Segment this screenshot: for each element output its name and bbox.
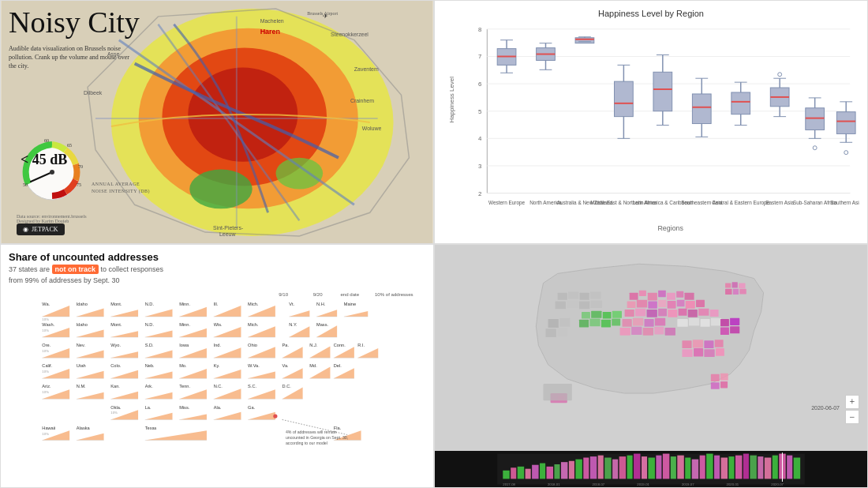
svg-rect-333: [682, 349, 692, 357]
svg-text:Del.: Del.: [334, 363, 342, 368]
svg-rect-305: [684, 293, 694, 300]
svg-rect-303: [667, 293, 675, 300]
svg-rect-355: [579, 302, 589, 310]
svg-marker-254: [179, 389, 207, 399]
svg-marker-245: [77, 392, 104, 400]
svg-text:10%: 10%: [42, 328, 49, 332]
zoom-in-button[interactable]: +: [845, 395, 859, 409]
svg-marker-161: [179, 328, 207, 337]
svg-text:2018-07: 2018-07: [593, 482, 605, 486]
svg-marker-158: [145, 330, 173, 337]
svg-text:3: 3: [478, 163, 482, 170]
svg-text:2019-01: 2019-01: [637, 482, 649, 486]
svg-rect-365: [620, 328, 630, 336]
svg-marker-229: [248, 372, 275, 379]
svg-rect-323: [725, 283, 731, 288]
svg-marker-248: [110, 392, 138, 400]
svg-rect-361: [623, 319, 632, 327]
svg-rect-398: [619, 456, 627, 479]
svg-text:N.H.: N.H.: [316, 302, 326, 306]
svg-rect-416: [750, 456, 757, 479]
svg-text:2020-07: 2020-07: [771, 482, 784, 486]
svg-point-110: [844, 151, 848, 155]
svg-rect-311: [677, 300, 685, 306]
svg-text:R.I.: R.I.: [357, 343, 365, 347]
svg-rect-392: [575, 460, 582, 479]
svg-rect-408: [692, 460, 699, 479]
svg-marker-142: [316, 310, 337, 317]
svg-rect-400: [634, 453, 641, 479]
svg-rect-369: [665, 328, 675, 336]
svg-text:Ky.: Ky.: [214, 363, 220, 368]
svg-rect-407: [685, 457, 690, 479]
svg-marker-220: [145, 372, 173, 379]
svg-text:10%: 10%: [42, 390, 49, 394]
svg-rect-421: [787, 456, 792, 479]
svg-text:N.D.: N.D.: [145, 302, 155, 306]
svg-text:4% of addresses will remain: 4% of addresses will remain: [286, 430, 337, 434]
svg-marker-223: [179, 369, 207, 378]
svg-text:La.: La.: [145, 405, 152, 410]
svg-marker-155: [110, 331, 138, 337]
svg-rect-312: [686, 301, 695, 309]
svg-point-25: [50, 170, 54, 175]
svg-marker-195: [248, 347, 275, 358]
svg-text:Wa.: Wa.: [42, 302, 50, 306]
svg-text:Regions: Regions: [657, 224, 683, 232]
svg-rect-347: [601, 320, 611, 328]
svg-text:Idaho: Idaho: [77, 322, 88, 327]
svg-text:Idaho: Idaho: [77, 302, 88, 306]
svg-rect-338: [720, 374, 728, 381]
svg-marker-145: [344, 311, 368, 317]
svg-text:8: 8: [478, 26, 482, 33]
svg-marker-117: [42, 306, 69, 317]
svg-rect-415: [743, 453, 749, 479]
svg-text:Minn.: Minn.: [179, 322, 190, 327]
svg-text:end date: end date: [340, 291, 359, 297]
svg-text:according to our model: according to our model: [286, 441, 327, 445]
svg-rect-411: [714, 456, 720, 479]
svg-rect-368: [654, 327, 664, 335]
svg-rect-364: [655, 318, 665, 326]
svg-rect-307: [637, 300, 647, 308]
svg-rect-106: [836, 112, 855, 134]
svg-rect-409: [700, 456, 705, 479]
svg-text:Colo.: Colo.: [110, 363, 122, 368]
svg-rect-349: [558, 293, 567, 300]
zoom-out-button[interactable]: −: [845, 410, 859, 424]
svg-rect-357: [548, 319, 559, 328]
svg-text:50: 50: [23, 182, 28, 187]
svg-rect-318: [668, 310, 677, 317]
svg-rect-404: [663, 453, 670, 479]
svg-marker-133: [214, 306, 241, 317]
svg-rect-352: [590, 291, 600, 298]
svg-marker-198: [282, 347, 303, 358]
svg-text:Central & Eastern Europe: Central & Eastern Europe: [712, 200, 769, 206]
svg-rect-394: [590, 456, 597, 479]
svg-text:Ohio: Ohio: [248, 343, 257, 347]
svg-rect-309: [658, 300, 666, 307]
svg-marker-251: [145, 392, 173, 400]
svg-rect-401: [642, 456, 647, 479]
page-subtitle: Audible data visualization on Brussels n…: [9, 44, 135, 71]
svg-rect-419: [773, 456, 778, 479]
svg-marker-238: [334, 368, 354, 378]
svg-rect-359: [545, 328, 556, 337]
svg-marker-189: [179, 348, 207, 358]
svg-rect-337: [711, 374, 720, 381]
svg-text:Ill.: Ill.: [214, 302, 219, 306]
svg-text:Texas: Texas: [145, 426, 157, 430]
svg-rect-389: [554, 464, 559, 479]
svg-rect-325: [739, 283, 745, 289]
svg-rect-410: [706, 453, 713, 479]
svg-rect-395: [598, 456, 604, 479]
svg-rect-412: [721, 457, 728, 479]
svg-rect-382: [503, 471, 510, 479]
svg-rect-327: [733, 289, 739, 295]
svg-marker-207: [357, 348, 378, 358]
annual-noise-label: ANNUAL AVERAGENOISE INTENSITY (dB): [92, 181, 150, 194]
svg-text:Ark.: Ark.: [145, 384, 153, 389]
svg-rect-354: [567, 300, 578, 308]
svg-rect-313: [696, 300, 705, 307]
svg-rect-302: [658, 291, 666, 297]
